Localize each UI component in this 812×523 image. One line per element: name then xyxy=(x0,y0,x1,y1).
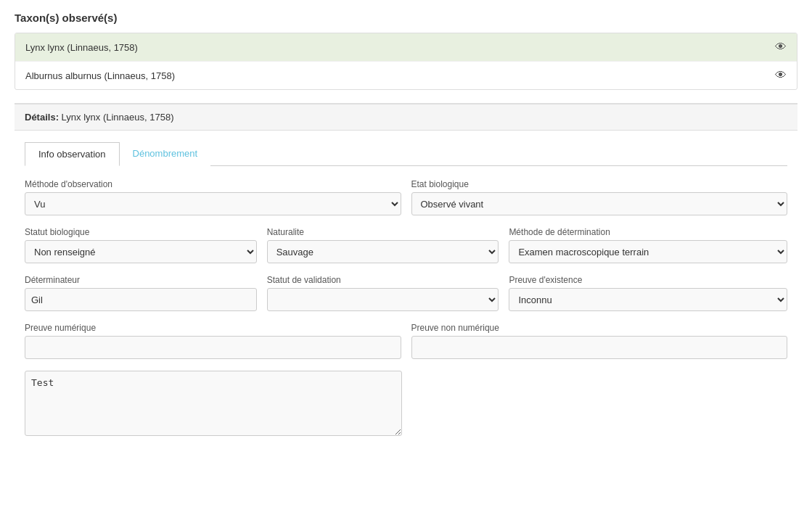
tab-info-observation[interactable]: Info observation xyxy=(25,142,120,166)
taxon-name-2: Alburnus alburnus (Linnaeus, 1758) xyxy=(25,70,175,81)
eye-icon-2[interactable]: 👁 xyxy=(775,69,787,82)
form-group-etat-biologique: Etat biologique Observé vivant Trouvé mo… xyxy=(411,179,788,215)
select-methode-observation[interactable]: Vu Entendu Indice de présence xyxy=(25,192,401,215)
form-row-3: Déterminateur Statut de validation Valid… xyxy=(25,275,787,311)
label-statut-validation: Statut de validation xyxy=(267,275,499,285)
form-row-4: Preuve numérique Preuve non numérique xyxy=(25,323,787,359)
taxon-list: Lynx lynx (Linnaeus, 1758) 👁 Alburnus al… xyxy=(15,33,797,90)
form-row-5: Test xyxy=(25,371,787,438)
details-label: Détails: xyxy=(25,112,59,123)
page-container: Taxon(s) observé(s) Lynx lynx (Linnaeus,… xyxy=(0,0,812,523)
eye-icon-1[interactable]: 👁 xyxy=(775,41,787,54)
select-methode-determination[interactable]: Examen macroscopique terrain Examen micr… xyxy=(509,240,787,263)
select-etat-biologique[interactable]: Observé vivant Trouvé mort Inconnu xyxy=(411,192,788,215)
form-group-naturalite: Naturalite Sauvage Elevage Hybride xyxy=(267,227,499,263)
label-preuve-existence: Preuve d'existence xyxy=(509,275,787,285)
label-statut-biologique: Statut biologique xyxy=(25,227,257,237)
form-row-2: Statut biologique Non renseigné Reproduc… xyxy=(25,227,787,263)
label-determinateur: Déterminateur xyxy=(25,275,257,285)
tab-denombrement[interactable]: Dénombrement xyxy=(120,142,211,166)
section-title: Taxon(s) observé(s) xyxy=(15,12,797,24)
label-naturalite: Naturalite xyxy=(267,227,499,237)
tab-container: Info observation Dénombrement Méthode d'… xyxy=(15,131,797,460)
taxon-item-2[interactable]: Alburnus alburnus (Linnaeus, 1758) 👁 xyxy=(15,62,797,89)
label-methode-observation: Méthode d'observation xyxy=(25,179,401,189)
select-statut-validation[interactable]: Validé En attente Invalidé xyxy=(267,288,499,311)
form-group-preuve-non-numerique: Preuve non numérique xyxy=(411,323,788,359)
form-group-methode-observation: Méthode d'observation Vu Entendu Indice … xyxy=(25,179,401,215)
label-preuve-non-numerique: Preuve non numérique xyxy=(411,323,788,333)
taxon-item-1[interactable]: Lynx lynx (Linnaeus, 1758) 👁 xyxy=(15,33,797,62)
form-group-commentaire: Test xyxy=(25,371,402,438)
form-group-preuve-existence: Preuve d'existence Inconnu Oui Non xyxy=(509,275,787,311)
form-group-methode-determination: Méthode de détermination Examen macrosco… xyxy=(509,227,787,263)
form-group-determinateur: Déterminateur xyxy=(25,275,257,311)
textarea-commentaire[interactable]: Test xyxy=(25,371,402,436)
label-methode-determination: Méthode de détermination xyxy=(509,227,787,237)
input-determinateur[interactable] xyxy=(25,288,257,311)
form-row-1: Méthode d'observation Vu Entendu Indice … xyxy=(25,179,787,215)
select-preuve-existence[interactable]: Inconnu Oui Non xyxy=(509,288,787,311)
form-group-statut-validation: Statut de validation Validé En attente I… xyxy=(267,275,499,311)
form-group-preuve-numerique: Preuve numérique xyxy=(25,323,401,359)
details-header: Détails: Lynx lynx (Linnaeus, 1758) xyxy=(15,104,797,131)
label-etat-biologique: Etat biologique xyxy=(411,179,788,189)
label-preuve-numerique: Preuve numérique xyxy=(25,323,401,333)
taxon-name-1: Lynx lynx (Linnaeus, 1758) xyxy=(25,42,138,53)
details-taxon: Lynx lynx (Linnaeus, 1758) xyxy=(62,112,174,123)
input-preuve-numerique[interactable] xyxy=(25,336,401,359)
select-statut-biologique[interactable]: Non renseigné Reproducteur Migrateur xyxy=(25,240,257,263)
input-preuve-non-numerique[interactable] xyxy=(411,336,788,359)
form-group-statut-biologique: Statut biologique Non renseigné Reproduc… xyxy=(25,227,257,263)
select-naturalite[interactable]: Sauvage Elevage Hybride xyxy=(267,240,499,263)
tabs-bar: Info observation Dénombrement xyxy=(25,142,787,166)
